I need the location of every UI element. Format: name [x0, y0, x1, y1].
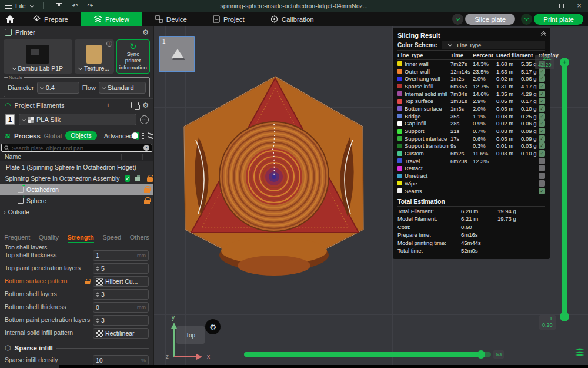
display-checkbox[interactable]	[539, 165, 545, 171]
display-checkbox[interactable]: ✓	[539, 135, 545, 142]
expand-chevron-icon[interactable]: ›	[4, 208, 6, 216]
search-input[interactable]: Search plate, object and part. ×	[1, 144, 152, 152]
undo-icon[interactable]: ↶	[72, 0, 78, 12]
display-checkbox[interactable]: ✓	[539, 105, 545, 112]
param-input[interactable]: 3	[93, 315, 149, 326]
spinner-arrows-icon[interactable]	[96, 292, 99, 297]
display-checkbox[interactable]: ✓	[539, 91, 545, 97]
clear-search-icon[interactable]: ×	[143, 145, 149, 151]
tab-prepare[interactable]: Prepare	[20, 12, 81, 26]
filament-slot-number[interactable]: 1	[5, 114, 15, 125]
save-icon[interactable]	[56, 3, 62, 9]
list-view-icon[interactable]	[142, 133, 143, 139]
home-button[interactable]	[0, 12, 20, 26]
slice-dropdown-button[interactable]	[452, 14, 463, 25]
param-tab[interactable]: Strength	[68, 234, 94, 243]
param-input[interactable]: 0 mm	[93, 302, 149, 313]
sync-printer-button[interactable]: ↻ Sync printer information	[116, 39, 150, 74]
display-checkbox[interactable]: ✓	[539, 113, 545, 120]
param-tab[interactable]: Speed	[102, 234, 121, 241]
printable-checkbox[interactable]: ✓	[125, 175, 130, 182]
lock-icon[interactable]	[144, 186, 150, 193]
color-scheme-select[interactable]: Line Type	[442, 41, 545, 49]
param-tab[interactable]: Frequent	[4, 234, 30, 241]
param-input[interactable]: 5	[93, 263, 149, 274]
filament-select[interactable]: PLA Silk	[19, 114, 136, 125]
printer-model-card[interactable]: Bambu Lab P1P	[4, 39, 72, 74]
param-tab[interactable]: Others	[130, 234, 149, 241]
param-input[interactable]: Hilbert Cu...	[93, 276, 149, 287]
build-plate-card[interactable]: i Texture...	[75, 39, 114, 74]
filament-settings-gear-icon[interactable]: ⚙	[142, 101, 149, 110]
total-estimation-title: Total Estimation	[397, 196, 545, 207]
tree-row[interactable]: Plate 1 (Spinning Sphere In Octahedron F…	[0, 161, 153, 173]
plate-thumbnail[interactable]: 1	[159, 36, 195, 72]
clipped-param-row: Top shell layers	[5, 244, 149, 249]
display-checkbox[interactable]: ✓	[539, 83, 545, 89]
display-checkbox[interactable]	[539, 173, 545, 179]
display-checkbox[interactable]: ✓	[539, 98, 545, 104]
param-input[interactable]: 3	[93, 289, 149, 300]
print-dropdown-button[interactable]	[521, 14, 532, 25]
remove-filament-button[interactable]: −	[119, 101, 123, 110]
diameter-select[interactable]: 0.4	[37, 82, 79, 94]
lock-icon[interactable]	[147, 175, 150, 182]
line-type-color	[397, 158, 402, 163]
add-filament-button[interactable]: +	[106, 101, 111, 110]
display-checkbox[interactable]	[539, 158, 545, 164]
display-checkbox[interactable]: ✓	[539, 188, 545, 194]
print-plate-button[interactable]: Print plate	[534, 14, 583, 25]
3d-viewport[interactable]: 1	[154, 26, 588, 368]
param-input[interactable]: 1 mm	[93, 250, 149, 261]
layer-slider-top-handle[interactable]	[560, 58, 569, 67]
step-slider-handle[interactable]	[477, 350, 485, 359]
view-settings-button[interactable]: ⚙	[205, 319, 220, 334]
tree-row[interactable]: Octahedron	[0, 184, 153, 195]
tree-row[interactable]: › Outside	[0, 206, 153, 217]
tab-project[interactable]: Project	[200, 12, 258, 26]
tune-icon[interactable]	[148, 133, 149, 139]
param-input[interactable]: Rectilinear	[93, 328, 149, 339]
step-slider[interactable]: 63	[244, 352, 491, 357]
spinner-arrows-icon[interactable]	[96, 266, 99, 271]
lock-icon[interactable]	[144, 197, 150, 204]
param-input[interactable]: 10 %	[93, 355, 149, 366]
collapse-panel-icon[interactable]	[542, 34, 545, 37]
tree-row[interactable]: Spinning Sphere In Octahedron Assembly ✓	[0, 173, 153, 184]
table-row: Support interface 17s 0.6% 0.03 m 0.09 g…	[397, 135, 545, 142]
layer-range-slider[interactable]	[562, 59, 567, 318]
model-preview[interactable]	[173, 68, 376, 280]
menu-icon[interactable]	[5, 4, 12, 9]
tree-row[interactable]: Sphere	[0, 195, 153, 206]
spinner-arrows-icon[interactable]	[96, 318, 99, 323]
display-checkbox[interactable]: ✓	[539, 128, 545, 134]
plate-assign-icon[interactable]	[137, 175, 140, 181]
tab-device[interactable]: Device	[142, 12, 200, 26]
tab-preview[interactable]: Preview	[81, 12, 142, 26]
file-menu[interactable]: File	[15, 2, 26, 9]
display-checkbox[interactable]: ✓	[539, 75, 545, 82]
param-value: 3	[101, 291, 105, 298]
redo-icon[interactable]: ↷	[88, 0, 93, 12]
display-checkbox[interactable]: ✓	[539, 120, 545, 127]
printer-settings-gear-icon[interactable]: ⚙	[142, 28, 149, 37]
advanced-toggle[interactable]	[136, 132, 139, 140]
chevron-down-icon[interactable]	[30, 3, 34, 7]
global-toggle[interactable]: Global	[44, 132, 62, 140]
filament-sync-icon[interactable]	[131, 102, 139, 108]
minimize-button[interactable]: –	[535, 0, 553, 12]
layer-slider-bottom-handle[interactable]	[560, 312, 569, 321]
flow-select[interactable]: Standard	[99, 82, 146, 94]
layers-icon[interactable]	[575, 347, 586, 357]
maximize-button[interactable]	[553, 0, 570, 12]
filament-more-button[interactable]: ⋯	[140, 115, 149, 124]
info-icon[interactable]: i	[106, 41, 112, 47]
slice-plate-button[interactable]: Slice plate	[465, 14, 515, 25]
display-checkbox[interactable]: ✓	[539, 142, 545, 149]
param-tab[interactable]: Quality	[39, 234, 59, 241]
close-button[interactable]: ×	[570, 0, 588, 12]
display-checkbox[interactable]	[539, 180, 545, 187]
tab-calibration[interactable]: Calibration	[258, 12, 327, 26]
objects-toggle[interactable]: Objects	[65, 131, 97, 140]
display-checkbox[interactable]: ✓	[539, 150, 545, 157]
